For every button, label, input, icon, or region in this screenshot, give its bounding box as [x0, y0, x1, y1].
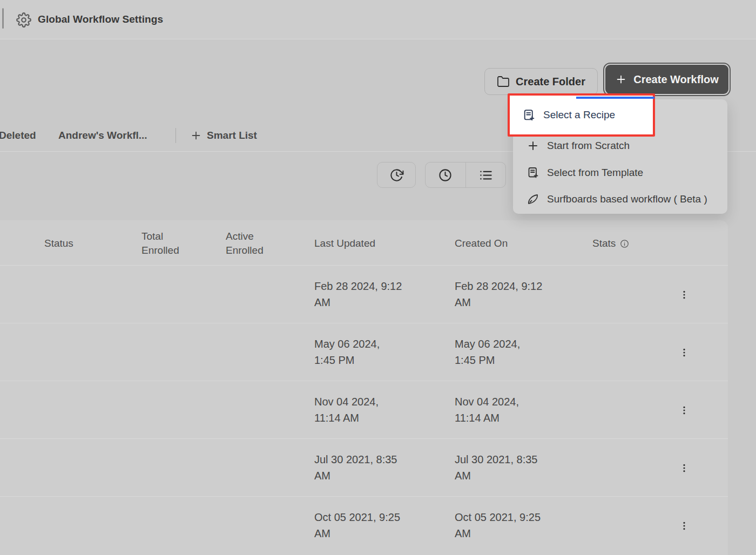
gear-icon: [16, 12, 31, 28]
column-header-last-updated[interactable]: Last Updated: [314, 236, 375, 251]
create-folder-button[interactable]: Create Folder: [484, 68, 598, 95]
created-on-cell: Nov 04 2024, 11:14 AM: [455, 394, 519, 426]
file-plus-icon: [526, 166, 539, 179]
smart-list-label: Smart List: [207, 130, 257, 141]
column-header-status[interactable]: Status: [44, 236, 73, 251]
menu-item-label: Surfboards based workflow ( Beta ): [547, 193, 707, 205]
surfboard-icon: [526, 193, 539, 206]
table-header-row: Status Total Enrolled Active Enrolled La…: [0, 220, 728, 266]
row-menu-kebab-icon[interactable]: [676, 401, 692, 419]
view-toggle-group: [425, 162, 506, 188]
tab-deleted[interactable]: Deleted: [0, 130, 36, 141]
created-on-cell: May 06 2024, 1:45 PM: [455, 336, 520, 368]
stats-header-label: Stats: [592, 236, 616, 251]
menu-item-label: Select from Template: [547, 167, 643, 179]
tab-andrews-workflow[interactable]: Andrew's Workfl...: [58, 130, 147, 141]
top-bar: Global Workflow Settings: [0, 0, 756, 39]
history-clock-icon: [389, 168, 404, 182]
plus-icon: [190, 130, 202, 141]
workflows-table: Status Total Enrolled Active Enrolled La…: [0, 220, 728, 555]
clock-icon: [438, 168, 453, 182]
smart-list-button[interactable]: Smart List: [190, 126, 257, 145]
row-menu-kebab-icon[interactable]: [676, 459, 692, 477]
menu-item-select-a-recipe[interactable]: Select a Recipe: [508, 93, 655, 137]
row-menu-kebab-icon[interactable]: [676, 517, 692, 535]
menu-item-select-from-template[interactable]: Select from Template: [513, 159, 727, 186]
menu-item-surfboards-workflow[interactable]: Surfboards based workflow ( Beta ): [513, 186, 727, 213]
created-on-cell: Oct 05 2021, 9:25 AM: [455, 509, 541, 542]
row-menu-kebab-icon[interactable]: [676, 343, 692, 362]
list-view-icon: [478, 168, 493, 182]
last-updated-cell: May 06 2024, 1:45 PM: [314, 336, 380, 368]
column-header-total-enrolled[interactable]: Total Enrolled: [141, 229, 180, 258]
table-row[interactable]: Nov 04 2024, 11:14 AM Nov 04 2024, 11:14…: [0, 381, 728, 439]
last-updated-cell: Oct 05 2021, 9:25 AM: [314, 509, 400, 542]
column-header-created-on[interactable]: Created On: [455, 236, 508, 251]
column-header-stats[interactable]: Stats: [592, 236, 629, 251]
file-plus-icon: [522, 109, 536, 122]
last-updated-cell: Nov 04 2024, 11:14 AM: [314, 394, 379, 426]
create-folder-label: Create Folder: [516, 76, 585, 88]
created-on-cell: Jul 30 2021, 8:35 AM: [455, 451, 537, 484]
plus-icon: [526, 139, 539, 152]
column-header-active-enrolled[interactable]: Active Enrolled: [226, 229, 265, 258]
panel-edge-tick: [2, 8, 4, 29]
tabs-divider: [176, 128, 176, 143]
plus-icon: [615, 73, 627, 85]
row-menu-kebab-icon[interactable]: [676, 286, 692, 304]
table-row[interactable]: Oct 05 2021, 9:25 AM Oct 05 2021, 9:25 A…: [0, 497, 728, 554]
create-workflow-label: Create Workflow: [633, 73, 718, 86]
clock-view-button[interactable]: [426, 163, 465, 187]
info-icon[interactable]: [620, 239, 629, 248]
last-updated-cell: Jul 30 2021, 8:35 AM: [314, 451, 397, 484]
table-row[interactable]: Feb 28 2024, 9:12 AM Feb 28 2024, 9:12 A…: [0, 266, 728, 323]
folder-icon: [497, 75, 510, 88]
table-row[interactable]: Jul 30 2021, 8:35 AM Jul 30 2021, 8:35 A…: [0, 439, 728, 497]
created-on-cell: Feb 28 2024, 9:12 AM: [455, 278, 542, 310]
dropdown-accent-line: [576, 97, 654, 99]
list-view-button[interactable]: [465, 163, 506, 187]
menu-item-label: Select a Recipe: [543, 109, 615, 121]
last-updated-cell: Feb 28 2024, 9:12 AM: [314, 278, 402, 310]
table-row[interactable]: May 06 2024, 1:45 PM May 06 2024, 1:45 P…: [0, 323, 728, 381]
create-workflow-button[interactable]: Create Workflow: [605, 65, 728, 94]
menu-item-label: Start from Scratch: [547, 140, 630, 152]
history-button[interactable]: [377, 162, 416, 188]
page-title: Global Workflow Settings: [38, 0, 163, 39]
